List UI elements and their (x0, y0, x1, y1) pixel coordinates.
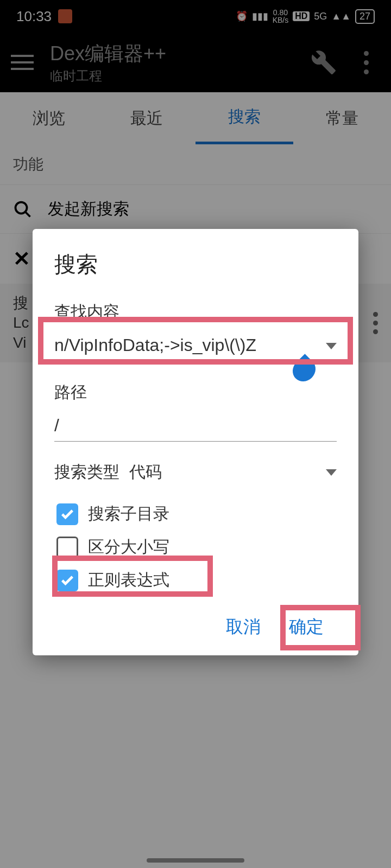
cb-regex-label: 正则表达式 (88, 569, 169, 591)
cb-case-label: 区分大小写 (88, 536, 169, 558)
type-label: 搜索类型 (54, 461, 119, 483)
checkbox-icon-unchecked (56, 537, 78, 558)
checkbox-icon-checked (56, 570, 78, 591)
checkbox-regex[interactable]: 正则表达式 (54, 569, 337, 591)
home-indicator[interactable] (147, 858, 244, 863)
find-label: 查找内容 (54, 301, 337, 323)
find-input[interactable]: n/VipInfoData;->is_vip\(\)Z (54, 330, 319, 362)
search-dialog: 搜索 查找内容 n/VipInfoData;->is_vip\(\)Z 路径 /… (33, 229, 358, 655)
search-type-row[interactable]: 搜索类型 代码 (54, 461, 337, 483)
checkbox-case[interactable]: 区分大小写 (54, 536, 337, 558)
checkbox-icon-checked (56, 503, 78, 525)
cb-sub-label: 搜索子目录 (88, 503, 169, 525)
history-dropdown-icon[interactable] (326, 343, 337, 349)
checkbox-subdirs[interactable]: 搜索子目录 (54, 503, 337, 525)
dialog-title: 搜索 (54, 250, 337, 279)
ok-button[interactable]: 确定 (289, 615, 324, 639)
path-input[interactable]: / (54, 410, 337, 442)
cancel-button[interactable]: 取消 (226, 615, 261, 639)
type-dropdown-icon (326, 469, 337, 476)
type-value: 代码 (129, 461, 162, 483)
path-label: 路径 (54, 381, 337, 404)
